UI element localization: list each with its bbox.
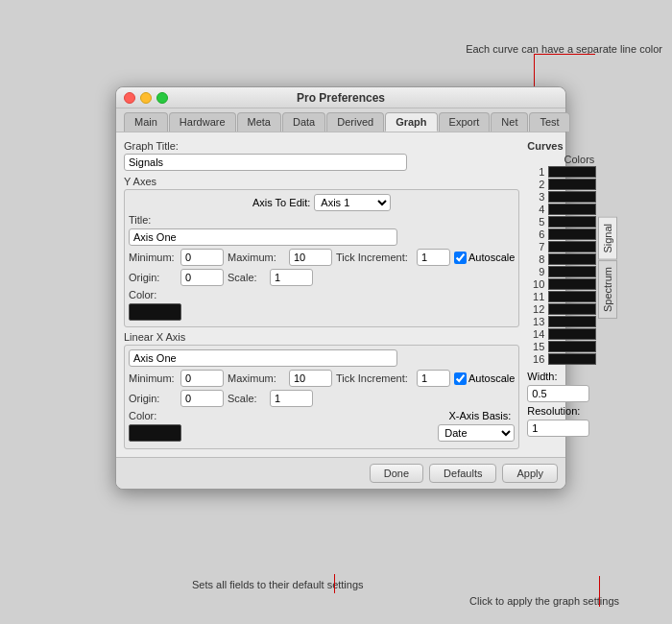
graph-title-input[interactable] [124,154,407,171]
titlebar: Pro Preferences [116,87,565,108]
tab-main[interactable]: Main [124,112,168,132]
curve-color-1[interactable] [548,166,596,178]
width-section: Width: Resolution: [527,371,596,437]
minimize-button[interactable] [140,92,152,104]
spectrum-tab[interactable]: Spectrum [598,260,617,319]
maximize-button[interactable] [156,92,168,104]
x-scale-label: Scale: [228,393,266,404]
apply-button[interactable]: Apply [502,464,558,483]
scale-input[interactable] [270,269,313,286]
tab-hardware[interactable]: Hardware [169,112,236,132]
curve-row-9: 9 [527,266,596,277]
curve-row-3: 3 [527,191,596,203]
axis-to-edit-label: Axis To Edit: [252,197,310,208]
tab-data[interactable]: Data [282,112,325,132]
min-input[interactable] [180,249,224,266]
curve-color-12[interactable] [548,303,596,315]
max-input[interactable] [289,249,332,266]
curves-label: Curves [527,140,596,152]
tab-derived[interactable]: Derived [326,112,384,132]
x-axis-title-input[interactable] [129,349,397,367]
curve-color-15[interactable] [548,341,596,352]
curve-row-13: 13 [527,316,596,327]
x-autoscale-label[interactable]: Autoscale [454,372,515,385]
x-max-input[interactable] [289,370,332,387]
tab-test[interactable]: Test [529,112,569,132]
curve-color-16[interactable] [548,353,596,365]
curve-color-3[interactable] [548,191,596,203]
curve-row-5: 5 [527,216,596,228]
width-input[interactable] [527,385,589,402]
scale-label: Scale: [228,272,266,283]
curve-color-9[interactable] [548,266,596,277]
graph-title-label: Graph Title: [124,140,519,152]
tick-label: Tick Increment: [336,252,413,263]
curve-color-14[interactable] [548,328,596,340]
linear-x-label: Linear X Axis [124,331,519,343]
tab-meta[interactable]: Meta [237,112,281,132]
curve-row-6: 6 [527,228,596,240]
curve-row-1: 1 [527,166,596,178]
min-label: Minimum: [129,252,177,263]
arrow-line-h [535,54,595,55]
arrow-line-v3 [599,576,600,607]
curve-color-7[interactable] [548,241,596,252]
width-label: Width: [527,371,557,382]
defaults-button[interactable]: Defaults [429,464,496,483]
y-color-swatch[interactable] [129,303,181,321]
tabs-bar: Main Hardware Meta Data Derived Graph Ex… [116,108,565,132]
curve-row-12: 12 [527,303,596,315]
main-window: Pro Preferences Main Hardware Meta Data … [115,86,566,490]
tab-export[interactable]: Export [439,112,491,132]
autoscale-checkbox[interactable] [454,252,467,264]
x-autoscale-checkbox[interactable] [454,372,467,385]
signal-tab[interactable]: Signal [598,217,617,260]
origin-input[interactable] [180,269,224,286]
curve-color-13[interactable] [548,316,596,327]
curve-color-11[interactable] [548,291,596,302]
x-tick-input[interactable] [417,370,450,387]
resolution-label: Resolution: [527,405,580,417]
y-axes-label: Y Axes [124,176,519,187]
tab-net[interactable]: Net [491,112,528,132]
close-button[interactable] [124,92,135,104]
arrow-line-v2 [334,574,335,593]
title-field-label: Title: [129,214,177,226]
curve-color-6[interactable] [548,228,596,240]
curve-color-10[interactable] [548,278,596,290]
right-panel: Curves Colors 1 2 3 4 [527,140,596,449]
curve-color-8[interactable] [548,253,596,265]
done-button[interactable]: Done [370,464,423,483]
x-scale-input[interactable] [270,390,313,407]
curve-row-2: 2 [527,179,596,190]
curve-color-4[interactable] [548,204,596,215]
tab-graph[interactable]: Graph [385,112,437,132]
x-origin-input[interactable] [180,390,224,407]
axis-select[interactable]: Axis 1 Axis 2 [314,194,391,211]
x-min-label: Minimum: [129,372,177,384]
colors-label: Colors [527,154,594,165]
autoscale-label[interactable]: Autoscale [454,252,515,264]
color-label: Color: [129,289,177,300]
origin-label: Origin: [129,272,177,283]
bottom-left-annotation: Sets all fields to their default setting… [192,579,364,590]
y-axis-title-input[interactable] [129,228,397,246]
x-min-input[interactable] [180,370,224,387]
resolution-input[interactable] [527,420,589,437]
curve-row-15: 15 [527,341,596,352]
curve-row-4: 4 [527,204,596,215]
x-basis-select[interactable]: Date Time Numeric [438,424,515,442]
left-panel: Graph Title: Y Axes Axis To Edit: Axis 1… [124,140,519,449]
x-max-label: Maximum: [228,372,285,384]
curve-row-10: 10 [527,278,596,290]
curve-row-7: 7 [527,241,596,252]
x-color-swatch[interactable] [129,424,181,442]
curve-row-8: 8 [527,253,596,265]
curve-row-14: 14 [527,328,596,340]
curve-color-5[interactable] [548,216,596,228]
x-color-label: Color: [129,410,177,421]
curves-list: 1 2 3 4 5 [527,166,596,365]
curve-color-2[interactable] [548,179,596,190]
tick-input[interactable] [417,249,450,266]
bottom-bar: Done Defaults Apply [116,457,565,489]
